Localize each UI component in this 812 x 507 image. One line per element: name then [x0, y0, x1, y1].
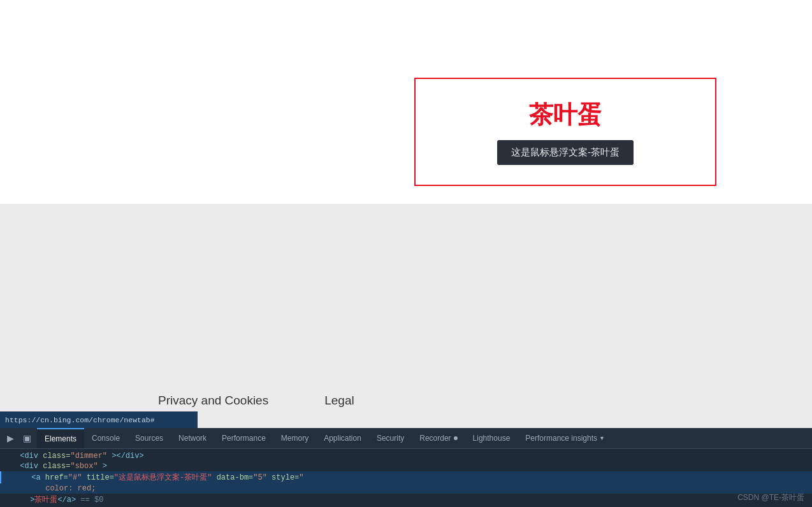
- recorder-dot-icon: [454, 436, 458, 440]
- code-line-4: color: red;: [0, 483, 812, 494]
- devtools-code-area: <div class="dimmer" ></div> <div class="…: [0, 449, 812, 507]
- tab-perf-insights-label: Performance insights: [525, 434, 597, 443]
- preview-box: 茶叶蛋 这是鼠标悬浮文案-茶叶蛋: [414, 78, 716, 186]
- code-line-2: <div class="sbox" >: [0, 461, 812, 471]
- tab-memory[interactable]: Memory: [273, 428, 316, 448]
- code-line-1: <div class="dimmer" ></div>: [0, 451, 812, 461]
- browser-page: 茶叶蛋 这是鼠标悬浮文案-茶叶蛋 Privacy and Cookies Leg…: [0, 0, 812, 428]
- tab-sources[interactable]: Sources: [127, 428, 171, 448]
- tab-lighthouse[interactable]: Lighthouse: [465, 428, 518, 448]
- footer-area: Privacy and Cookies Legal: [0, 394, 354, 408]
- perf-insights-arrow-icon: ▼: [599, 435, 605, 441]
- devtools-left-icons: ▶ ▣: [0, 428, 37, 448]
- tab-network[interactable]: Network: [171, 428, 214, 448]
- tab-recorder-label: Recorder: [419, 434, 451, 443]
- cursor-icon[interactable]: ▶: [3, 431, 18, 446]
- legal-link[interactable]: Legal: [324, 394, 354, 408]
- url-bar: https://cn.bing.com/chrome/newtab#: [0, 411, 198, 428]
- inspect-icon[interactable]: ▣: [19, 431, 34, 446]
- code-line-3: <a href="#" title="这是鼠标悬浮文案-茶叶蛋" data-bm…: [0, 471, 812, 483]
- tab-recorder[interactable]: Recorder: [412, 428, 465, 448]
- tab-application[interactable]: Application: [316, 428, 369, 448]
- page-title-chinese: 茶叶蛋: [529, 99, 602, 131]
- privacy-cookies-link[interactable]: Privacy and Cookies: [158, 394, 268, 408]
- tab-console[interactable]: Console: [84, 428, 127, 448]
- code-line-5: >茶叶蛋</a> == $0: [0, 494, 812, 506]
- tab-performance-insights[interactable]: Performance insights ▼: [518, 428, 613, 448]
- tab-security[interactable]: Security: [369, 428, 412, 448]
- attribution: CSDN @TE-茶叶蛋: [737, 492, 804, 503]
- tab-elements[interactable]: Elements: [37, 428, 84, 448]
- tooltip-box: 这是鼠标悬浮文案-茶叶蛋: [497, 140, 634, 165]
- devtools-tabs-bar: ▶ ▣ Elements Console Sources Network Per…: [0, 428, 812, 449]
- tab-performance[interactable]: Performance: [214, 428, 273, 448]
- devtools-panel: ▶ ▣ Elements Console Sources Network Per…: [0, 428, 812, 507]
